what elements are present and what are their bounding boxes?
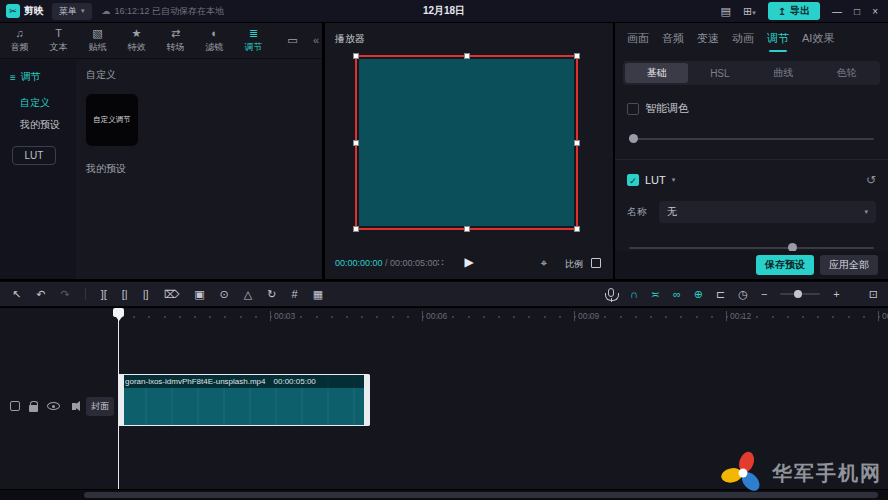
crop-icon[interactable]: # <box>292 288 298 300</box>
preview-axis-icon[interactable]: ⊕ <box>694 288 703 301</box>
track-view-icon[interactable]: ⊏ <box>716 288 725 301</box>
sidebar-item-lut[interactable]: LUT <box>12 146 56 165</box>
layout-icon[interactable]: ▤ <box>721 5 731 18</box>
custom-adjust-card[interactable]: 自定义调节 <box>86 94 138 146</box>
subtab-color-wheel[interactable]: 色轮 <box>815 63 878 83</box>
background-icon[interactable]: ▦ <box>313 288 323 301</box>
rotate-icon[interactable]: ↻ <box>267 288 276 301</box>
aspect-ratio-button[interactable]: 比例 <box>565 258 583 271</box>
slider-knob[interactable] <box>629 134 638 143</box>
playhead-line[interactable] <box>118 308 119 489</box>
zoom-in-icon[interactable]: + <box>833 288 839 300</box>
mute-icon[interactable] <box>72 403 76 410</box>
text-icon: T <box>55 28 62 39</box>
zoom-out-icon[interactable]: − <box>761 288 767 300</box>
snapshot-icon[interactable]: ⌖ <box>541 257 547 270</box>
tab-transition[interactable]: ⇄转场 <box>156 28 195 54</box>
chevron-down-icon: ▾ <box>81 7 85 15</box>
transform-handle-w[interactable] <box>353 140 359 146</box>
split-icon[interactable]: ][ <box>101 288 107 300</box>
main-track-magnet-icon[interactable]: ∩ <box>630 288 638 300</box>
playback-quality-icon[interactable]: ∷ <box>437 257 443 268</box>
tab-animation[interactable]: 动画 <box>732 31 754 53</box>
tab-effects[interactable]: ★特效 <box>117 28 156 54</box>
redo-icon[interactable]: ↷ <box>60 288 69 301</box>
close-button[interactable]: × <box>872 6 878 17</box>
tab-adjustment[interactable]: 调节 <box>767 31 789 53</box>
video-clip[interactable]: goran-ixos-idmvPhF8t4E-unsplash.mp4 00:0… <box>118 374 370 426</box>
transform-handle-s[interactable] <box>464 226 470 232</box>
playhead-handle[interactable] <box>113 308 124 317</box>
transform-handle-ne[interactable] <box>574 53 580 59</box>
export-button[interactable]: ↥ 导出 <box>768 2 820 20</box>
reverse-icon[interactable]: ⊙ <box>220 288 229 301</box>
tab-picture[interactable]: 画面 <box>627 31 649 53</box>
transform-handle-e[interactable] <box>574 140 580 146</box>
smart-color-slider[interactable] <box>629 134 874 143</box>
sidebar-item-adjust[interactable]: ≡ 调节 <box>0 66 76 88</box>
minimize-button[interactable]: — <box>832 6 842 17</box>
apply-all-button[interactable]: 应用全部 <box>820 255 878 275</box>
workspace-switch-icon[interactable]: ⊞▾ <box>743 5 756 18</box>
transform-handle-sw[interactable] <box>353 226 359 232</box>
tab-label: 调节 <box>245 41 263 54</box>
video-preview[interactable] <box>355 55 578 230</box>
zoom-fit-icon[interactable]: ⊡ <box>869 288 878 301</box>
save-preset-button[interactable]: 保存预设 <box>756 255 814 275</box>
select-tool-icon[interactable]: ↖ <box>12 288 21 301</box>
smart-color-checkbox[interactable] <box>627 103 639 115</box>
properties-tab-strip: 画面 音频 变速 动画 调节 AI效果 <box>615 23 888 53</box>
trim-left-icon[interactable]: [| <box>122 288 128 300</box>
section-custom-label: 自定义 <box>86 68 312 82</box>
tab-partial[interactable]: ▭ <box>273 35 312 46</box>
tab-label: 滤镜 <box>206 41 224 54</box>
timeline-zoom-slider[interactable] <box>780 293 820 295</box>
tab-speed[interactable]: 变速 <box>697 31 719 53</box>
tab-filter[interactable]: ◐滤镜 <box>195 28 234 54</box>
linkage-icon[interactable]: ∞ <box>673 288 681 300</box>
play-button[interactable]: ▶ <box>464 255 473 269</box>
subtab-basic[interactable]: 基础 <box>625 63 688 83</box>
tab-sticker[interactable]: ▧贴纸 <box>78 28 117 54</box>
slider-track <box>629 138 874 140</box>
fullscreen-icon[interactable] <box>591 258 601 268</box>
reset-icon[interactable]: ↺ <box>866 173 876 187</box>
transform-handle-nw[interactable] <box>353 53 359 59</box>
hide-track-icon[interactable] <box>47 402 60 410</box>
video-frame[interactable] <box>359 59 574 226</box>
cover-button[interactable]: 封面 <box>86 397 114 416</box>
zoom-knob[interactable] <box>794 290 802 298</box>
sidebar-item-my-presets[interactable]: 我的预设 <box>0 110 76 132</box>
mirror-icon[interactable]: △ <box>244 288 252 301</box>
lut-name-row: 名称 无 ▾ <box>627 201 876 223</box>
track-options-icon[interactable] <box>10 401 20 411</box>
lut-checkbox[interactable]: ✓ <box>627 174 639 186</box>
tab-adjust[interactable]: ≣调节 <box>234 28 273 54</box>
tab-text[interactable]: T文本 <box>39 28 78 54</box>
menu-button[interactable]: 菜单 ▾ <box>52 3 92 20</box>
undo-icon[interactable]: ↶ <box>36 288 45 301</box>
adjust-subtab-strip: 基础 HSL 曲线 色轮 <box>623 61 880 85</box>
project-title[interactable]: 12月18日 <box>423 4 465 18</box>
subtab-hsl[interactable]: HSL <box>688 63 751 83</box>
microphone-icon[interactable] <box>608 288 614 297</box>
lut-select[interactable]: 无 ▾ <box>659 201 876 223</box>
tab-audio[interactable]: ♫音频 <box>0 28 39 54</box>
delete-icon[interactable]: ⌦ <box>164 288 180 301</box>
transform-handle-se[interactable] <box>574 226 580 232</box>
total-duration: / 00:00:05:00 <box>385 258 438 268</box>
transform-handle-n[interactable] <box>464 53 470 59</box>
tab-audio-props[interactable]: 音频 <box>662 31 684 53</box>
lock-icon[interactable] <box>29 405 38 412</box>
clip-trim-handle-right[interactable] <box>364 374 370 426</box>
collapse-panel-icon[interactable]: « <box>313 34 319 46</box>
subtab-curves[interactable]: 曲线 <box>752 63 815 83</box>
chevron-down-icon[interactable]: ▾ <box>672 176 676 184</box>
freeze-frame-icon[interactable]: ▣ <box>194 288 204 301</box>
sidebar-item-custom[interactable]: 自定义 <box>0 88 76 110</box>
trim-right-icon[interactable]: |] <box>143 288 149 300</box>
tab-ai-effects[interactable]: AI效果 <box>802 31 834 53</box>
auto-snap-icon[interactable]: ≍ <box>651 288 660 301</box>
render-preview-icon[interactable]: ◷ <box>738 288 748 301</box>
maximize-button[interactable]: □ <box>854 6 860 17</box>
